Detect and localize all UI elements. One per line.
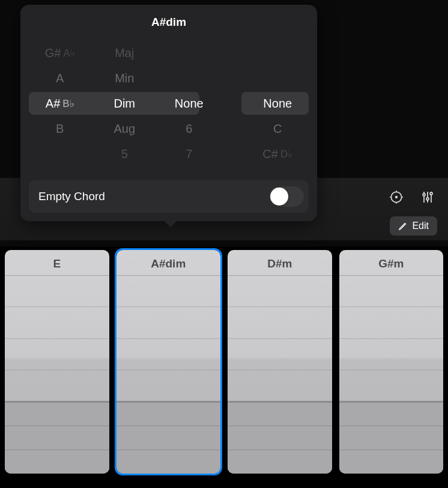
wheel-item: A [29,66,91,91]
string-area [339,275,444,401]
wheel-item: C [247,116,309,141]
empty-chord-toggle[interactable] [269,186,304,207]
wheel-item: A#B♭ [29,91,91,116]
fret-row[interactable] [117,401,221,425]
bass-note-wheel[interactable]: NoneCC#D♭ [247,37,309,169]
fret-row[interactable] [5,450,109,474]
wheel-item: 6 [158,116,220,141]
svg-point-1 [396,197,398,198]
string-row[interactable] [339,370,444,401]
fret-row[interactable] [117,425,221,450]
chord-strip: EA#dimD#mG#m [0,246,448,488]
chord-pad-label: D#m [228,250,332,275]
wheel-item [247,40,309,66]
string-row[interactable] [117,370,221,401]
pencil-icon [398,222,407,231]
wheel-item: Min [94,66,156,91]
chord-pad[interactable]: A#dim [117,250,221,474]
fret-row[interactable] [5,425,109,450]
mixer-icon[interactable] [419,189,436,206]
string-row[interactable] [228,307,332,338]
chord-pad-label: E [5,250,109,275]
string-row[interactable] [5,307,109,338]
picker-wheels: G#A♭AA#B♭B MajMinDimAug5 None67 NoneCC#D… [29,37,309,169]
wheel-item [29,141,91,166]
wheel-item [158,66,220,91]
wheel-item: None [247,91,309,116]
string-row[interactable] [339,275,444,307]
string-row[interactable] [5,370,109,401]
string-row[interactable] [117,307,221,338]
string-row[interactable] [5,275,109,307]
string-row[interactable] [339,307,444,338]
fret-area [228,401,332,474]
wheel-item: 5 [94,141,156,166]
string-row[interactable] [117,275,221,307]
fret-row[interactable] [339,401,444,425]
svg-point-9 [423,194,425,196]
popover-arrow [163,220,178,227]
fret-row[interactable] [339,450,444,474]
chord-extension-wheel[interactable]: None67 [158,37,220,169]
string-row[interactable] [228,338,332,370]
chord-pad[interactable]: D#m [228,250,332,474]
chord-pad-label: G#m [339,250,444,275]
fret-row[interactable] [339,425,444,450]
string-row[interactable] [5,338,109,370]
string-row[interactable] [228,275,332,307]
fret-row[interactable] [228,401,332,425]
chord-pad-label: A#dim [117,250,221,275]
wheel-item: Aug [94,116,156,141]
wheel-item [158,40,220,66]
wheel-item: Dim [94,91,156,116]
toggle-knob [270,188,288,206]
root-note-wheel[interactable]: G#A♭AA#B♭B [29,37,91,169]
wheel-item: G#A♭ [29,40,91,66]
fret-row[interactable] [228,425,332,450]
tempo-icon[interactable] [388,189,405,206]
string-area [5,275,109,401]
wheel-item: B [29,116,91,141]
popover-title: A#dim [29,16,309,29]
svg-point-11 [430,192,432,195]
string-row[interactable] [117,338,221,370]
wheel-item [247,66,309,91]
wheel-item: None [158,91,220,116]
fret-area [339,401,444,474]
empty-chord-label: Empty Chord [38,190,105,203]
chord-editor-popover: A#dim G#A♭AA#B♭B MajMinDimAug5 None67 No… [20,5,317,221]
edit-button-label: Edit [412,221,429,231]
toolbar-icons [388,185,436,209]
wheel-item: 7 [158,141,220,166]
fret-row[interactable] [5,401,109,425]
svg-point-10 [426,198,429,200]
wheel-item: C#D♭ [247,141,309,166]
fret-area [117,401,221,474]
string-area [117,275,221,401]
fret-area [5,401,109,474]
edit-button[interactable]: Edit [390,216,437,236]
empty-chord-row: Empty Chord [29,180,309,213]
fret-row[interactable] [117,450,221,474]
fret-row[interactable] [228,450,332,474]
chord-pad[interactable]: E [5,250,109,474]
string-row[interactable] [228,370,332,401]
string-row[interactable] [339,338,444,370]
chord-quality-wheel[interactable]: MajMinDimAug5 [94,37,156,169]
wheel-item: Maj [94,40,156,66]
chord-pad[interactable]: G#m [339,250,444,474]
string-area [228,275,332,401]
